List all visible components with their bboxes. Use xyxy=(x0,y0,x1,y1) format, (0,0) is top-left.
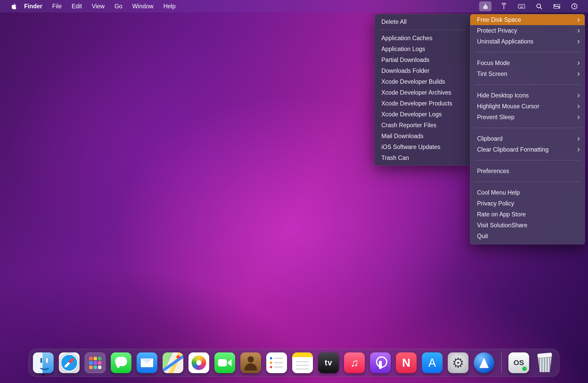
free-disk-space-menu-item[interactable]: Free Disk Space› xyxy=(470,14,585,25)
appstore-icon: A xyxy=(422,352,443,373)
ios-software-updates-menu-item[interactable]: iOS Software Updates xyxy=(375,141,470,152)
menu-bar-item-view[interactable]: View xyxy=(87,0,109,12)
menu-separator xyxy=(474,182,580,182)
notes-dock-icon[interactable] xyxy=(292,352,313,373)
menu-item-label: Delete All xyxy=(381,18,407,25)
menu-item-label: Xcode Developer Logs xyxy=(381,111,442,118)
menu-item-label: Clear Clipboard Formatting xyxy=(477,146,549,153)
submenu-chevron-icon: › xyxy=(577,15,580,24)
uninstall-applications-menu-item[interactable]: Uninstall Applications› xyxy=(470,36,585,47)
prevent-sleep-menu-item[interactable]: Prevent Sleep› xyxy=(470,112,585,123)
protect-privacy-menu-item[interactable]: Protect Privacy› xyxy=(470,25,585,36)
mail-dock-icon[interactable] xyxy=(137,352,157,373)
trash-can-menu-item[interactable]: Trash Can xyxy=(375,152,470,163)
podcasts-dock-icon[interactable] xyxy=(370,352,391,373)
news-dock-icon[interactable]: N xyxy=(396,352,417,373)
launchpad-dock-icon[interactable] xyxy=(85,352,106,373)
contacts-dock-icon[interactable] xyxy=(240,352,261,373)
settings-glyph: ⚙ xyxy=(448,352,468,373)
clear-clipboard-formatting-menu-item[interactable]: Clear Clipboard Formatting› xyxy=(470,144,585,155)
active-app-name[interactable]: Finder xyxy=(19,0,47,12)
reminders-icon xyxy=(266,352,287,373)
quit-menu-item[interactable]: Quit xyxy=(470,231,585,242)
menu-separator xyxy=(474,52,580,52)
control-center-icon[interactable] xyxy=(551,1,562,11)
preferences-menu-item[interactable]: Preferences xyxy=(470,166,585,176)
visit-solutionshare-menu-item[interactable]: Visit SolutionShare xyxy=(470,220,585,231)
reminders-dock-icon[interactable] xyxy=(266,352,287,373)
menu-item-label: Downloads Folder xyxy=(381,67,429,74)
trash-dock-icon[interactable] xyxy=(534,352,555,373)
mail-downloads-menu-item[interactable]: Mail Downloads xyxy=(375,131,470,141)
menu-item-label: Trash Can xyxy=(381,154,409,161)
menu-item-label: Xcode Developer Builds xyxy=(381,78,445,85)
cool-menu-help-menu-item[interactable]: Cool Menu Help xyxy=(470,187,585,198)
rate-on-app-store-menu-item[interactable]: Rate on App Store xyxy=(470,209,585,220)
maps-dock-icon[interactable] xyxy=(163,352,183,373)
crash-reporter-files-menu-item[interactable]: Crash Reporter Files xyxy=(375,120,470,131)
highlight-mouse-cursor-menu-item[interactable]: Highlight Mouse Cursor› xyxy=(470,101,585,112)
submenu-chevron-icon: › xyxy=(577,58,580,68)
xcode-developer-logs-menu-item[interactable]: Xcode Developer Logs xyxy=(375,109,470,120)
hide-desktop-icons-menu-item[interactable]: Hide Desktop Icons› xyxy=(470,90,585,101)
application-caches-menu-item[interactable]: Application Caches xyxy=(375,33,470,44)
menu-bar-item-window[interactable]: Window xyxy=(127,0,158,12)
music-dock-icon[interactable]: ♫ xyxy=(344,352,365,373)
menu-bar-item-help[interactable]: Help xyxy=(158,0,180,12)
privacy-policy-menu-item[interactable]: Privacy Policy xyxy=(470,198,585,209)
appstore-glyph: A xyxy=(422,352,443,373)
system-preferences-dock-icon[interactable]: ⚙ xyxy=(448,352,468,373)
submenu-chevron-icon: › xyxy=(577,112,580,122)
menu-bar-item-go[interactable]: Go xyxy=(109,0,127,12)
cool-menu-dropdown: Free Disk Space›Protect Privacy›Uninstal… xyxy=(470,14,585,244)
menu-item-label: Highlight Mouse Cursor xyxy=(477,103,539,110)
app-menus: FileEditViewGoWindowHelp xyxy=(47,0,180,12)
menu-item-label: Clipboard xyxy=(477,135,502,142)
menu-bar: Finder FileEditViewGoWindowHelp xyxy=(0,0,588,12)
macos-installer-dock-icon[interactable]: OS xyxy=(508,352,529,373)
app-store-dock-icon[interactable]: A xyxy=(422,352,443,373)
antenna-icon[interactable] xyxy=(498,1,509,11)
safari-icon xyxy=(59,352,80,373)
launchpad-icon xyxy=(85,352,106,373)
photos-dock-icon[interactable] xyxy=(188,352,209,373)
menu-separator xyxy=(379,30,466,30)
news-glyph: N xyxy=(396,352,417,373)
menu-bar-item-file[interactable]: File xyxy=(47,0,67,12)
dock: tv♫NA⚙OS xyxy=(29,349,559,377)
cleaner-app-dock-icon[interactable] xyxy=(474,352,494,373)
menu-separator xyxy=(474,160,580,160)
facetime-dock-icon[interactable] xyxy=(214,352,235,373)
xcode-developer-products-menu-item[interactable]: Xcode Developer Products xyxy=(375,98,470,109)
partial-downloads-menu-item[interactable]: Partial Downloads xyxy=(375,54,470,65)
menu-item-label: Focus Mode xyxy=(477,60,510,67)
photos-icon xyxy=(188,352,209,373)
settings-icon: ⚙ xyxy=(448,352,468,373)
menu-item-label: Crash Reporter Files xyxy=(381,122,436,129)
messages-dock-icon[interactable] xyxy=(111,352,131,373)
maps-icon xyxy=(163,352,183,373)
menu-item-label: Preferences xyxy=(477,168,509,175)
cleaner-icon xyxy=(474,352,494,373)
menu-bar-status-icons xyxy=(479,1,588,11)
free-disk-space-submenu: Delete AllApplication CachesApplication … xyxy=(374,14,471,166)
cool-menu-app-icon[interactable] xyxy=(479,1,492,11)
spotlight-search-icon[interactable] xyxy=(534,1,544,11)
finder-dock-icon[interactable] xyxy=(33,352,54,373)
keyboard-icon[interactable] xyxy=(516,1,527,11)
clipboard-menu-item[interactable]: Clipboard› xyxy=(470,133,585,144)
music-icon: ♫ xyxy=(344,352,365,373)
tint-screen-menu-item[interactable]: Tint Screen› xyxy=(470,68,585,79)
xcode-developer-builds-menu-item[interactable]: Xcode Developer Builds xyxy=(375,76,470,87)
clock-icon[interactable] xyxy=(569,1,580,11)
safari-dock-icon[interactable] xyxy=(59,352,80,373)
focus-mode-menu-item[interactable]: Focus Mode› xyxy=(470,58,585,68)
application-logs-menu-item[interactable]: Application Logs xyxy=(375,44,470,54)
menu-item-label: Rate on App Store xyxy=(477,211,526,218)
delete-all-menu-item[interactable]: Delete All xyxy=(375,16,470,27)
apple-tv-dock-icon[interactable]: tv xyxy=(318,352,339,373)
menu-bar-item-edit[interactable]: Edit xyxy=(67,0,87,12)
downloads-folder-menu-item[interactable]: Downloads Folder xyxy=(375,65,470,76)
apple-logo-icon[interactable] xyxy=(8,3,19,10)
xcode-developer-archives-menu-item[interactable]: Xcode Developer Archives xyxy=(375,87,470,98)
